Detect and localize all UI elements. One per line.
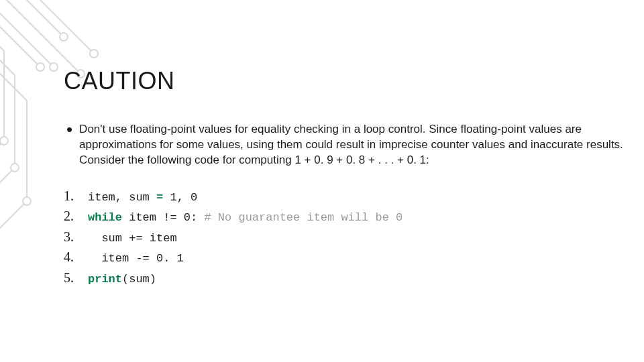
code-line-3: 3. sum += item <box>64 227 624 247</box>
code-line-1: 1. item, sum = 1, 0 <box>64 186 624 206</box>
svg-line-2 <box>0 0 80 74</box>
code-line-5: 5. print(sum) <box>64 267 624 288</box>
svg-line-5 <box>0 40 4 51</box>
line-number: 5. <box>64 267 83 288</box>
code-line-4: 4. item -= 0. 1 <box>64 247 624 267</box>
code-text: item -= 0. 1 <box>88 250 184 267</box>
code-block: 1. item, sum = 1, 0 2. while item != 0: … <box>64 186 624 288</box>
code-text: item, sum = 1, 0 <box>88 189 197 206</box>
svg-line-13 <box>0 201 27 248</box>
svg-point-20 <box>11 164 19 172</box>
svg-line-1 <box>0 0 40 67</box>
line-number: 1. <box>64 186 83 206</box>
svg-point-18 <box>36 63 44 71</box>
line-number: 4. <box>64 247 83 267</box>
svg-point-15 <box>90 50 98 58</box>
svg-line-4 <box>34 0 94 54</box>
svg-line-3 <box>20 0 64 37</box>
code-text: while item != 0: # No guarantee item wil… <box>88 209 402 227</box>
svg-point-21 <box>23 197 31 205</box>
paragraph-text: Don't use floating-point values for equa… <box>79 122 624 168</box>
bullet-item: • Don't use floating-point values for eq… <box>64 122 624 168</box>
svg-point-14 <box>60 33 68 41</box>
slide-content: CAUTION • Don't use floating-point value… <box>64 67 624 288</box>
svg-line-9 <box>0 67 27 101</box>
code-text: sum += item <box>88 230 177 247</box>
svg-point-17 <box>50 63 58 71</box>
svg-point-19 <box>0 137 8 145</box>
line-number: 2. <box>64 206 83 226</box>
svg-line-12 <box>0 168 15 202</box>
svg-line-0 <box>0 0 54 67</box>
line-number: 3. <box>64 227 83 247</box>
code-line-2: 2. while item != 0: # No guarantee item … <box>64 206 624 227</box>
svg-line-11 <box>0 141 4 165</box>
bullet-marker: • <box>66 123 72 135</box>
slide-title: CAUTION <box>64 67 624 95</box>
svg-line-7 <box>0 54 15 75</box>
code-text: print(sum) <box>88 271 156 288</box>
